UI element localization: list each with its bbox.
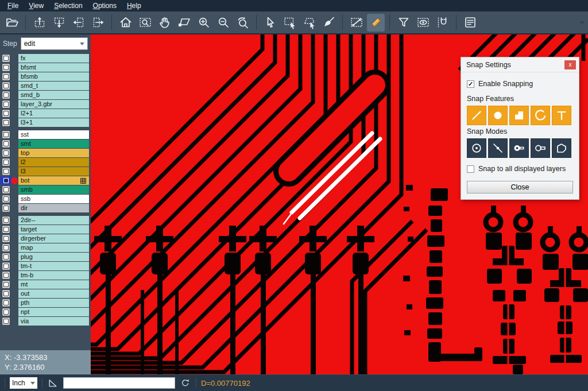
layer-name[interactable]: layer_3.gbr [18, 100, 89, 109]
layer-name[interactable]: target [18, 225, 89, 234]
layer-row[interactable]: dir [0, 204, 91, 212]
snap-mode-pad-filled-button[interactable] [509, 138, 529, 158]
dialog-close-icon[interactable]: x [564, 60, 576, 69]
zoom-window-button[interactable] [136, 14, 154, 32]
layer-name[interactable]: smb [18, 185, 89, 194]
snap-feature-surface-button[interactable] [509, 106, 529, 125]
zoom-out-button[interactable] [214, 14, 232, 32]
layer-row[interactable]: smb [0, 185, 91, 194]
layer-name[interactable]: l3 [18, 167, 89, 176]
layer-visibility-checkbox[interactable] [0, 63, 11, 72]
layer-visibility-checkbox[interactable] [0, 91, 11, 99]
ruler-button[interactable] [367, 14, 385, 32]
layer-visibility-checkbox[interactable] [0, 253, 11, 261]
layer-visibility-checkbox[interactable] [0, 271, 11, 280]
zoom-fit-button[interactable] [117, 14, 134, 32]
layer-visibility-checkbox[interactable] [0, 234, 11, 243]
layer-row[interactable]: out [0, 289, 91, 298]
menu-options[interactable]: Options [88, 1, 122, 11]
layer-name[interactable]: dir [18, 204, 89, 212]
zoom-selection-button[interactable] [175, 14, 193, 32]
grid-icon[interactable] [80, 178, 86, 184]
snap-feature-line-button[interactable] [467, 106, 486, 125]
layer-visibility-checkbox[interactable] [0, 176, 11, 185]
unit-select[interactable]: Inch [10, 377, 37, 389]
layer-name[interactable]: sst [18, 130, 89, 139]
select-rectangle-button[interactable] [281, 14, 299, 32]
zoom-previous-button[interactable] [234, 14, 252, 32]
layer-name[interactable]: fx [18, 54, 89, 63]
measure-line-button[interactable] [347, 14, 365, 32]
layer-name[interactable]: out [18, 289, 89, 298]
layer-name[interactable]: ssb [18, 195, 89, 203]
layer-visibility-checkbox[interactable] [0, 54, 11, 63]
layer-visibility-checkbox[interactable] [0, 195, 11, 203]
layer-row[interactable]: tm-t [0, 262, 91, 270]
snap-feature-text-button[interactable] [552, 106, 571, 125]
layer-row[interactable]: top [0, 149, 91, 157]
toolbar-overflow-icon[interactable] [579, 21, 585, 24]
layer-visibility-checkbox[interactable] [0, 167, 11, 176]
step-select[interactable]: edit [21, 37, 88, 50]
layer-visibility-checkbox[interactable] [0, 158, 11, 167]
layer-visibility-checkbox[interactable] [0, 204, 11, 212]
snap-mode-pad-outline-button[interactable] [531, 138, 550, 158]
zoom-in-button[interactable] [195, 14, 212, 32]
clear-selection-button[interactable] [320, 14, 338, 32]
layer-name[interactable]: plug [18, 253, 89, 261]
pan-hand-button[interactable] [156, 14, 173, 32]
layer-name[interactable]: smd_t [18, 82, 89, 90]
snap-feature-arc-button[interactable] [531, 106, 550, 125]
layer-row[interactable]: plug [0, 253, 91, 261]
layer-name[interactable]: tm-b [18, 271, 89, 280]
layer-row[interactable]: ssb [0, 195, 91, 203]
snap-feature-circle-button[interactable] [488, 106, 508, 125]
enable-snapping-checkbox[interactable]: ✓ [467, 80, 474, 88]
layer-name[interactable]: tm-t [18, 262, 89, 270]
layer-visibility-checkbox[interactable] [0, 82, 11, 90]
layer-name[interactable]: npt [18, 308, 89, 316]
measure-input[interactable] [63, 377, 175, 389]
layer-row[interactable]: bfsmt [0, 63, 91, 72]
menu-view[interactable]: View [24, 1, 49, 11]
layer-visibility-checkbox[interactable] [0, 225, 11, 234]
layer-row[interactable]: l2+1 [0, 109, 91, 118]
layer-visibility-checkbox[interactable] [0, 130, 11, 139]
angle-icon[interactable] [47, 377, 59, 389]
snap-button[interactable] [434, 14, 451, 32]
layer-name[interactable]: 2dir-- [18, 216, 89, 224]
layer-visibility-checkbox[interactable] [0, 140, 11, 148]
layer-visibility-checkbox[interactable] [0, 185, 11, 194]
report-button[interactable] [461, 14, 479, 32]
pan-left-button[interactable] [69, 14, 87, 32]
menu-file[interactable]: File [2, 1, 24, 11]
layer-name[interactable]: via [18, 317, 89, 326]
layer-name[interactable]: smt [18, 140, 89, 148]
layer-name[interactable]: dirgerber [18, 234, 89, 243]
layer-row[interactable]: tm-b [0, 271, 91, 280]
layer-row[interactable]: mt [0, 280, 91, 289]
snap-mode-midpoint-button[interactable] [488, 138, 508, 158]
open-file-button[interactable] [3, 14, 21, 32]
layer-row[interactable]: fx [0, 54, 91, 63]
layer-row[interactable]: dirgerber [0, 234, 91, 243]
layer-visibility-checkbox[interactable] [0, 262, 11, 270]
layer-visibility-checkbox[interactable] [0, 216, 11, 224]
refresh-icon[interactable] [180, 377, 191, 389]
layer-row[interactable]: l2 [0, 158, 91, 167]
select-polygon-button[interactable] [300, 14, 318, 32]
layer-visibility-checkbox[interactable] [0, 289, 11, 298]
layer-name[interactable]: pth [18, 299, 89, 307]
pan-down-button[interactable] [50, 14, 68, 32]
layer-visibility-checkbox[interactable] [0, 100, 11, 109]
layer-visibility-checkbox[interactable] [0, 243, 11, 252]
select-button[interactable] [261, 14, 279, 32]
layer-row[interactable]: smd_t [0, 82, 91, 90]
layer-row[interactable]: pth [0, 299, 91, 307]
layer-row[interactable]: bot [0, 176, 91, 185]
layer-name[interactable]: bfsmt [18, 63, 89, 72]
layer-visibility-checkbox[interactable] [0, 308, 11, 316]
layer-row[interactable]: target [0, 225, 91, 234]
layer-name[interactable]: l2+1 [18, 109, 89, 118]
layer-visibility-checkbox[interactable] [0, 280, 11, 289]
